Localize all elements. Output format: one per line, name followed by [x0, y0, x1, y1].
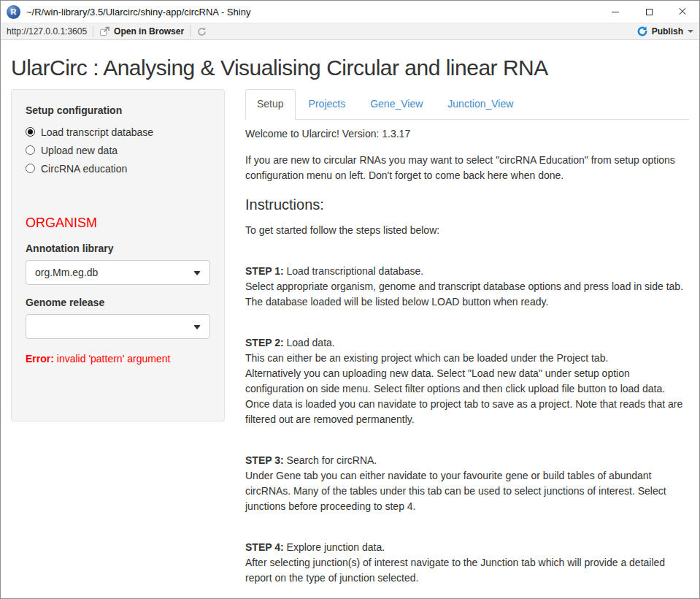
error-label: Error:	[26, 353, 54, 365]
step-4-label: STEP 4:	[245, 541, 284, 553]
maximize-icon	[646, 9, 653, 15]
step-2-text: Load data. This can either be an existin…	[245, 337, 682, 425]
error-text: invalid 'pattern' argument	[54, 353, 170, 365]
close-button[interactable]	[666, 1, 699, 23]
refresh-button[interactable]	[196, 26, 207, 37]
error-message: Error: invalid 'pattern' argument	[26, 353, 210, 365]
main-panel: Setup Projects Gene_View Junction_View W…	[245, 89, 689, 599]
get-started-text: To get started follow the steps listed b…	[245, 223, 689, 238]
page-title: UlarCirc : Analysing & Visualising Circu…	[11, 56, 689, 80]
step-3-text: Search for circRNA. Under Gene tab you c…	[245, 454, 666, 512]
refresh-icon	[196, 26, 207, 37]
window-controls	[599, 1, 699, 23]
tab-junction-view[interactable]: Junction_View	[436, 89, 525, 119]
annotation-library-select[interactable]: org.Mm.eg.db	[26, 260, 210, 285]
publish-label: Publish	[652, 26, 683, 37]
setup-sidebar: Setup configuration Load transcript data…	[11, 89, 225, 421]
viewer-toolbar: http://127.0.0.1:3605 Open in Browser Pu…	[1, 23, 699, 40]
title-bar: R ~/R/win-library/3.5/Ularcirc/shiny-app…	[1, 1, 699, 23]
minimize-icon	[612, 12, 619, 12]
step-1: STEP 1: Load transcriptional database. S…	[245, 264, 689, 310]
window-title: ~/R/win-library/3.5/Ularcirc/shiny-app/c…	[26, 7, 599, 18]
welcome-text: Welcome to Ularcirc! Version: 1.3.17	[245, 126, 689, 142]
annotation-library-value: org.Mm.eg.db	[35, 267, 98, 278]
app-url: http://127.0.0.1:3605	[7, 26, 87, 37]
step-1-label: STEP 1:	[245, 265, 284, 277]
step-2-label: STEP 2:	[245, 337, 284, 348]
step-2: STEP 2: Load data. This can either be an…	[245, 335, 689, 427]
maximize-button[interactable]	[632, 1, 666, 23]
organism-heading: ORGANISM	[26, 215, 210, 231]
publish-button[interactable]: Publish	[636, 26, 683, 37]
chevron-down-icon	[193, 271, 201, 275]
publish-dropdown-caret-icon[interactable]	[688, 30, 693, 33]
genome-release-label: Genome release	[26, 297, 210, 308]
tab-gene-view[interactable]: Gene_View	[358, 89, 434, 119]
tab-bar: Setup Projects Gene_View Junction_View	[245, 89, 689, 120]
radio-selected-icon	[26, 127, 35, 137]
step-4: STEP 4: Explore junction data. After sel…	[245, 540, 689, 586]
publish-icon	[636, 26, 648, 37]
chevron-down-icon	[193, 325, 201, 329]
radio-label: Load transcript database	[41, 126, 153, 138]
radio-upload-new-data[interactable]: Upload new data	[26, 141, 210, 159]
open-in-browser-button[interactable]: Open in Browser	[99, 26, 184, 37]
step-3: STEP 3: Search for circRNA. Under Gene t…	[245, 453, 689, 514]
radio-label: Upload new data	[41, 145, 118, 156]
radio-unselected-icon	[26, 164, 35, 173]
radio-label: CircRNA education	[41, 163, 127, 175]
annotation-library-label: Annotation library	[26, 243, 210, 254]
tab-setup[interactable]: Setup	[245, 89, 296, 120]
step-4-text: Explore junction data. After selecting j…	[245, 541, 665, 584]
app-content: UlarCirc : Analysing & Visualising Circu…	[1, 56, 699, 599]
intro-text: If you are new to circular RNAs you may …	[245, 153, 689, 183]
step-3-label: STEP 3:	[245, 454, 284, 466]
r-logo-icon: R	[7, 5, 20, 19]
instructions-heading: Instructions:	[245, 195, 689, 214]
toolbar-separator	[190, 26, 191, 37]
open-in-browser-label: Open in Browser	[114, 26, 184, 37]
radio-unselected-icon	[26, 145, 35, 155]
radio-circrna-education[interactable]: CircRNA education	[26, 159, 210, 178]
open-in-browser-icon	[99, 26, 110, 37]
close-icon	[679, 8, 686, 15]
setup-configuration-heading: Setup configuration	[26, 104, 210, 116]
genome-release-select[interactable]	[26, 314, 210, 339]
minimize-button[interactable]	[599, 1, 632, 23]
tab-projects[interactable]: Projects	[297, 89, 358, 119]
radio-load-transcript-database[interactable]: Load transcript database	[26, 123, 210, 141]
toolbar-separator	[93, 26, 93, 37]
step-1-text: Load transcriptional database. Select ap…	[245, 265, 683, 308]
shiny-viewer-window: R ~/R/win-library/3.5/Ularcirc/shiny-app…	[0, 0, 700, 599]
